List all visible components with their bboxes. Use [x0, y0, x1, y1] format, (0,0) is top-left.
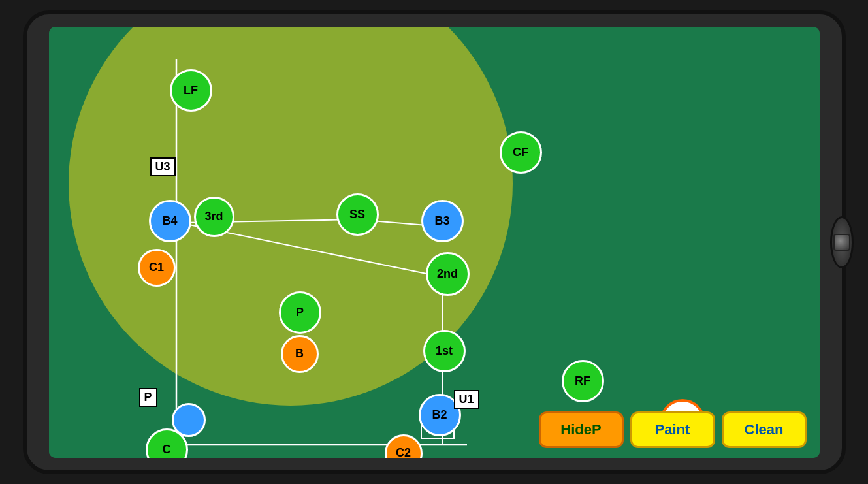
player-c1[interactable]: C1	[138, 249, 176, 287]
paint-button[interactable]: Paint	[630, 411, 715, 448]
player-2nd[interactable]: 2nd	[426, 252, 470, 296]
player-rf[interactable]: RF	[562, 360, 604, 402]
player-p[interactable]: P	[279, 291, 321, 334]
clean-button[interactable]: Clean	[722, 411, 807, 448]
label-p: P	[139, 388, 157, 407]
device-button-inner	[833, 234, 850, 251]
label-u1: U1	[454, 390, 479, 409]
hidep-button[interactable]: HideP	[539, 411, 624, 448]
label-u3: U3	[150, 157, 176, 176]
player-b1[interactable]	[172, 403, 206, 437]
screen: LF CF RF SS 3rd B4 B3 2nd C1	[49, 27, 820, 458]
buttons-bar: HideP Paint Clean	[539, 411, 807, 448]
player-cf[interactable]: CF	[500, 131, 542, 174]
player-1st[interactable]: 1st	[423, 330, 466, 372]
device-frame: LF CF RF SS 3rd B4 B3 2nd C1	[23, 10, 846, 474]
player-ss[interactable]: SS	[336, 193, 379, 236]
player-lf[interactable]: LF	[170, 69, 212, 112]
player-b[interactable]: B	[281, 335, 319, 373]
device-home-button[interactable]	[830, 216, 854, 268]
player-3rd[interactable]: 3rd	[194, 197, 234, 237]
player-b3[interactable]: B3	[421, 200, 464, 242]
player-b4[interactable]: B4	[149, 200, 191, 242]
